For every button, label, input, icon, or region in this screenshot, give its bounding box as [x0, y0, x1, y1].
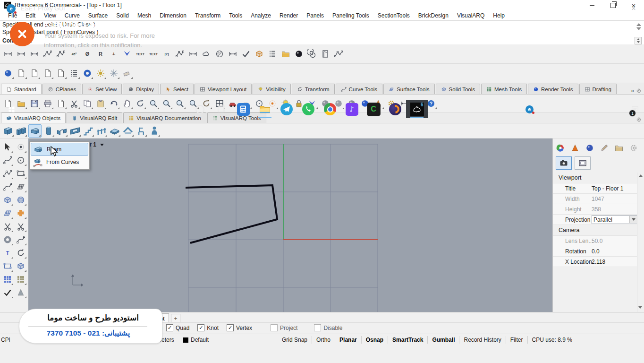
- hatch-button[interactable]: [213, 48, 226, 60]
- calculator-taskbar-button[interactable]: [232, 100, 254, 118]
- stair-button[interactable]: [82, 125, 94, 137]
- tag-outline-2-button[interactable]: [42, 67, 54, 79]
- eraser-note-button[interactable]: [121, 67, 133, 79]
- point-tool-button[interactable]: [15, 141, 27, 153]
- element-button[interactable]: [148, 125, 161, 137]
- print-button[interactable]: [42, 97, 54, 110]
- status-osnap[interactable]: Osnap: [362, 336, 388, 344]
- check-tool-button[interactable]: [1, 286, 14, 299]
- dim-aligned-button[interactable]: [15, 48, 27, 60]
- save-file-button[interactable]: [28, 97, 41, 110]
- new-viewport-tab-button[interactable]: +: [171, 314, 180, 323]
- zoom-dynamic-button[interactable]: [147, 97, 160, 110]
- osnap-disable[interactable]: Disable: [314, 324, 342, 331]
- surface-from-points-button[interactable]: [15, 181, 27, 193]
- panel-split-button[interactable]: [68, 67, 80, 79]
- osnap-quad[interactable]: ✓Quad: [166, 324, 189, 331]
- dim-recenter-button[interactable]: [187, 48, 199, 60]
- scroll-down-icon[interactable]: [636, 27, 641, 30]
- layers-folder-icon[interactable]: [614, 143, 624, 153]
- paste-button[interactable]: [94, 97, 107, 110]
- extrude-tool-button[interactable]: [1, 260, 14, 272]
- window-button[interactable]: [69, 125, 81, 137]
- dim-linear-button[interactable]: [2, 48, 14, 60]
- donut-blue-button[interactable]: [81, 67, 93, 79]
- prop-lens-len-value[interactable]: 50.0: [592, 238, 638, 244]
- dropdown-item-beam[interactable]: Beam: [31, 143, 88, 156]
- toolbar-gear-icon[interactable]: [636, 87, 642, 94]
- detail-list-button[interactable]: [266, 48, 279, 60]
- status-filter[interactable]: Filter: [506, 336, 528, 344]
- file-explorer-taskbar-button[interactable]: [254, 100, 276, 118]
- box-annotate-button[interactable]: [253, 48, 265, 60]
- tab-set-view[interactable]: Set View: [82, 84, 122, 94]
- select-cursor-button[interactable]: [1, 141, 14, 153]
- leader-polyline-button[interactable]: [174, 48, 186, 60]
- mesh-primitives-button[interactable]: [15, 286, 27, 299]
- patch-surface-button[interactable]: [1, 207, 14, 219]
- material-ball-icon[interactable]: [585, 143, 594, 153]
- task-view-taskbar-button[interactable]: [211, 100, 232, 118]
- checkbox-icon[interactable]: ✓: [227, 324, 234, 331]
- render-ball-button[interactable]: [293, 48, 305, 60]
- furniture-button[interactable]: [135, 125, 147, 137]
- tab-surface-tools[interactable]: Surface Tools: [383, 84, 434, 94]
- osnap-knot[interactable]: ✓Knot: [197, 324, 219, 331]
- tab-display[interactable]: Display: [123, 84, 159, 94]
- tab-render-tools[interactable]: Render Tools: [528, 84, 578, 94]
- prop-rotation-value[interactable]: 0.0: [592, 248, 638, 255]
- osnap-vertex[interactable]: ✓Vertex: [227, 324, 252, 331]
- annotate-pencil-icon[interactable]: [600, 143, 609, 153]
- checkbox-icon[interactable]: ✓: [166, 324, 173, 331]
- tab-visibility[interactable]: Visibility: [253, 84, 290, 94]
- slab-button[interactable]: [109, 125, 121, 137]
- curve-fillet-button[interactable]: [1, 181, 14, 193]
- tag-blue-button[interactable]: [2, 67, 14, 79]
- whatsapp-taskbar-button[interactable]: [297, 100, 319, 118]
- zoom-window-button[interactable]: [161, 97, 173, 110]
- checkbox-icon[interactable]: ✓: [197, 324, 204, 331]
- tab-viewport-layout[interactable]: Viewport Layout: [195, 84, 252, 94]
- status-smarttrack[interactable]: SmartTrack: [388, 336, 428, 344]
- control-point-curve-button[interactable]: [1, 154, 14, 166]
- roof-button[interactable]: [122, 125, 134, 137]
- array-linear-button[interactable]: [15, 273, 27, 285]
- tag-arrow-button[interactable]: [28, 67, 41, 79]
- column-button[interactable]: [42, 125, 55, 137]
- status-record-history[interactable]: Record History: [459, 336, 506, 344]
- status-gumball[interactable]: Gumball: [428, 336, 459, 344]
- history-spiral-button[interactable]: [306, 48, 318, 60]
- prop-title-value[interactable]: Top - Floor 1: [592, 185, 638, 192]
- undo-button[interactable]: [108, 97, 120, 110]
- dim-arrow-button[interactable]: [227, 48, 239, 60]
- layer-chip[interactable]: Default: [183, 334, 209, 346]
- trim-tool-button[interactable]: [1, 220, 14, 233]
- dropdown-item-from-curves[interactable]: From Curves: [31, 156, 88, 168]
- snow-gem-button[interactable]: [108, 67, 120, 79]
- pan-hand-button[interactable]: [121, 97, 133, 110]
- dim-node-button[interactable]: [332, 48, 345, 60]
- tag-outline-1-button[interactable]: [15, 67, 27, 79]
- status-ortho[interactable]: Ortho: [312, 336, 335, 344]
- cut-button[interactable]: [68, 97, 80, 110]
- box-tool-button[interactable]: [1, 194, 14, 206]
- rhino-taskbar-button[interactable]: 6: [406, 100, 428, 118]
- command-spinner[interactable]: [635, 37, 642, 44]
- curtain-wall-button[interactable]: [15, 125, 27, 137]
- box-edit-button[interactable]: [15, 260, 27, 272]
- notification-center-button[interactable]: 1: [628, 100, 642, 118]
- circle-tool-button[interactable]: [15, 154, 27, 166]
- rotate-view-button[interactable]: [134, 97, 146, 110]
- boolean-tool-button[interactable]: [15, 207, 27, 219]
- tab-standard[interactable]: Standard: [1, 84, 42, 94]
- telegram-taskbar-button[interactable]: [276, 100, 297, 118]
- prop-width-value[interactable]: 1047: [592, 196, 638, 202]
- media-app-taskbar-button[interactable]: ♪: [341, 100, 363, 118]
- blend-curve-button[interactable]: [15, 233, 27, 246]
- section-camera[interactable]: Camera: [553, 225, 638, 236]
- move-tool-button[interactable]: [15, 247, 27, 259]
- prop-x-location-value[interactable]: 2.118: [592, 259, 638, 265]
- tab-transform[interactable]: Transform: [292, 84, 335, 94]
- start-button[interactable]: [0, 100, 23, 118]
- circle-pair-button[interactable]: [1, 233, 14, 246]
